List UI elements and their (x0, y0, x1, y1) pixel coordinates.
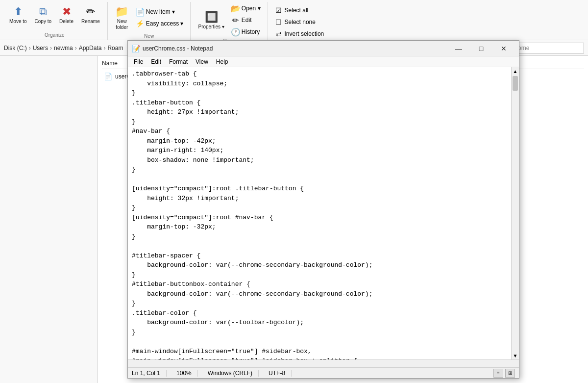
select-all-button[interactable]: ☑ Select all (272, 5, 327, 16)
notepad-menubar: File Edit Format View Help (128, 56, 519, 67)
ribbon-new-small-group: 📄 New item ▾ ⚡ Easy access ▾ (133, 6, 187, 29)
open-label: Open ▾ (242, 5, 261, 12)
view-details-button[interactable]: ≡ (493, 369, 503, 378)
easy-access-icon: ⚡ (136, 20, 144, 27)
notepad-titlebar: 📝 userChrome.css - Notepad — □ ✕ (128, 41, 519, 56)
move-to-button[interactable]: ⬆ Move to (6, 3, 30, 26)
notepad-window: 📝 userChrome.css - Notepad — □ ✕ File Ed… (127, 40, 519, 379)
breadcrumb-part-disk[interactable]: Disk (C:) (4, 45, 27, 51)
new-item-label: New item ▾ (146, 8, 175, 15)
scroll-track (512, 75, 519, 352)
edit-label: Edit (242, 17, 252, 24)
breadcrumb: Disk (C:) › Users › newma › AppData › Ro… (4, 45, 123, 51)
new-item-button[interactable]: 📄 New item ▾ (133, 6, 187, 17)
menu-view[interactable]: View (192, 57, 212, 66)
copy-icon: ⧉ (36, 5, 50, 19)
menu-help[interactable]: Help (212, 57, 232, 66)
ribbon-open-small-group: 📂 Open ▾ ✏ Edit 🕐 History (229, 3, 264, 37)
organize-group-label: Organize (45, 31, 65, 38)
ribbon-open-buttons: 🔲 Properties ▾ 📂 Open ▾ ✏ Edit 🕐 (195, 3, 263, 37)
breadcrumb-part-roam[interactable]: Roam (107, 45, 123, 51)
view-grid-button[interactable]: ⊞ (505, 369, 515, 378)
rename-button[interactable]: ✏ Rename (78, 3, 103, 26)
status-position: Ln 1, Col 1 (132, 370, 167, 377)
ribbon-group-new: 📁 Newfolder 📄 New item ▾ ⚡ Easy access ▾… (108, 2, 191, 40)
menu-file[interactable]: File (130, 57, 147, 66)
breadcrumb-sep-3: › (75, 45, 77, 51)
delete-button[interactable]: ✖ Delete (56, 3, 77, 26)
invert-selection-icon: ⇄ (275, 30, 283, 38)
ribbon-organize-buttons: ⬆ Move to ⧉ Copy to ✖ Delete ✏ Rename (6, 3, 103, 26)
select-none-button[interactable]: ☐ Select none (272, 17, 327, 27)
new-group-label: New (144, 32, 154, 39)
easy-access-button[interactable]: ⚡ Easy access ▾ (133, 18, 187, 29)
breadcrumb-part-appdata[interactable]: AppData (79, 45, 102, 51)
properties-button[interactable]: 🔲 Properties ▾ (195, 8, 227, 32)
minimize-button[interactable]: — (447, 41, 470, 56)
move-icon: ⬆ (11, 5, 25, 19)
ribbon-group-organize: ⬆ Move to ⧉ Copy to ✖ Delete ✏ Rename (2, 2, 108, 40)
notepad-content-area: .tabbrowser-tab { visibility: collapse; … (128, 67, 519, 359)
file-icon: 📄 (104, 73, 112, 80)
scroll-thumb[interactable] (513, 76, 518, 91)
history-button[interactable]: 🕐 History (229, 26, 264, 37)
properties-icon: 🔲 (204, 10, 218, 24)
delete-icon: ✖ (60, 5, 74, 19)
open-button[interactable]: 📂 Open ▾ (229, 3, 264, 14)
breadcrumb-sep-4: › (103, 45, 105, 51)
ribbon-group-open: 🔲 Properties ▾ 📂 Open ▾ ✏ Edit 🕐 (191, 2, 268, 40)
delete-label: Delete (59, 19, 74, 25)
status-view-buttons: ≡ ⊞ (493, 369, 515, 378)
menu-edit[interactable]: Edit (147, 57, 165, 66)
edit-icon: ✏ (232, 16, 240, 24)
maximize-button[interactable]: □ (470, 41, 492, 56)
ribbon-select-small-group: ☑ Select all ☐ Select none ⇄ Invert sele… (272, 5, 327, 39)
invert-selection-button[interactable]: ⇄ Invert selection (272, 28, 327, 39)
scroll-down-button[interactable]: ▼ (512, 352, 519, 359)
scrollbar-vertical[interactable]: ▲ ▼ (511, 67, 519, 359)
history-icon: 🕐 (232, 28, 240, 36)
code-editor[interactable]: .tabbrowser-tab { visibility: collapse; … (128, 67, 511, 359)
easy-access-label: Easy access ▾ (146, 20, 184, 27)
history-label: History (242, 28, 260, 35)
open-icon: 📂 (232, 4, 240, 12)
status-zoom: 100% (176, 370, 198, 377)
notepad-icon: 📝 (132, 45, 140, 52)
copy-to-button[interactable]: ⧉ Copy to (31, 3, 55, 26)
breadcrumb-part-users[interactable]: Users (33, 45, 48, 51)
ribbon: ⬆ Move to ⧉ Copy to ✖ Delete ✏ Rename (0, 0, 588, 40)
select-none-icon: ☐ (275, 18, 283, 26)
scrollbar-horizontal[interactable] (128, 359, 519, 367)
new-folder-button[interactable]: 📁 Newfolder (112, 3, 132, 32)
new-folder-label: Newfolder (116, 19, 128, 30)
new-item-icon: 📄 (136, 8, 144, 16)
copy-to-label: Copy to (35, 19, 51, 25)
notepad-statusbar: Ln 1, Col 1 100% Windows (CRLF) UTF-8 ≡ … (128, 367, 519, 378)
select-all-label: Select all (285, 7, 309, 14)
rename-icon: ✏ (84, 5, 98, 19)
breadcrumb-sep-2: › (50, 45, 52, 51)
properties-label: Properties ▾ (198, 24, 224, 30)
close-button[interactable]: ✕ (492, 41, 515, 56)
ribbon-new-buttons: 📁 Newfolder 📄 New item ▾ ⚡ Easy access ▾ (112, 3, 187, 32)
new-folder-icon: 📁 (115, 5, 129, 19)
status-line-ending: Windows (CRLF) (208, 370, 259, 377)
edit-button[interactable]: ✏ Edit (229, 15, 264, 26)
status-encoding: UTF-8 (269, 370, 292, 377)
notepad-title: userChrome.css - Notepad (143, 45, 447, 52)
sidebar (0, 56, 98, 383)
ribbon-group-select: ☑ Select all ☐ Select none ⇄ Invert sele… (268, 2, 332, 40)
rename-label: Rename (81, 19, 100, 25)
move-to-label: Move to (9, 19, 27, 25)
select-all-icon: ☑ (275, 6, 283, 14)
select-none-label: Select none (285, 19, 316, 26)
scroll-up-button[interactable]: ▲ (512, 67, 519, 75)
breadcrumb-sep-1: › (29, 45, 31, 51)
breadcrumb-part-newma[interactable]: newma (54, 45, 73, 51)
menu-format[interactable]: Format (165, 57, 192, 66)
invert-selection-label: Invert selection (285, 30, 324, 37)
